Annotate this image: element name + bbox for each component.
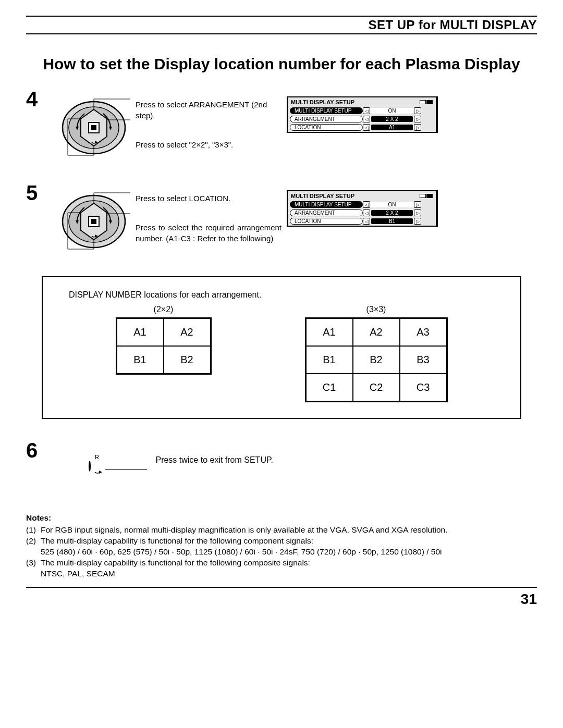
osd-row-value: 2 X 2 [371, 116, 413, 122]
location-diagram-box: DISPLAY NUMBER locations for each arrang… [42, 276, 521, 419]
step5-instruction-1: Press to select LOCATION. [136, 193, 282, 204]
section-title: SET UP for MULTI DISPLAY [368, 18, 537, 32]
grid-cell: B2 [164, 346, 211, 374]
svg-marker-28 [99, 471, 102, 474]
grid-cell: A3 [400, 318, 447, 346]
footer-rule: 31 [26, 587, 537, 608]
note-2: (2) The multi-display capability is func… [26, 536, 537, 547]
arrow-left-icon: ◁ [363, 209, 370, 216]
grid-cell: C2 [353, 374, 400, 401]
arrow-right-icon: ▷ [414, 201, 421, 208]
r-label: R [95, 454, 99, 460]
notes-title: Notes: [26, 513, 537, 524]
step4-instruction-2: Press to select "2×2", "3×3". [136, 139, 282, 150]
grid-cell: B3 [400, 346, 447, 374]
arrow-left-icon: ◁ [363, 116, 370, 122]
grid-cell: A1 [117, 318, 164, 346]
svg-rect-17 [91, 219, 96, 224]
osd-row-value: ON [371, 108, 413, 114]
osd-row-label: MULTI DISPLAY SETUP [290, 201, 363, 208]
step-4: 4 Pr [26, 89, 537, 162]
remote-dpad-icon [57, 182, 130, 255]
svg-rect-3 [91, 125, 96, 130]
osd-row-label: ARRANGEMENT [290, 209, 363, 216]
grid-3x3-label: (3×3) [305, 305, 448, 314]
osd-row-value: A1 [371, 125, 413, 130]
note-3-detail: NTSC, PAL, SECAM [26, 569, 537, 579]
grid-cell: B1 [306, 346, 353, 374]
osd-panel-step4: MULTI DISPLAY SETUP MULTI DISPLAY SETUP … [287, 96, 438, 133]
grid-cell: A1 [306, 318, 353, 346]
arrow-left-icon: ◁ [363, 124, 370, 131]
diagram-caption: DISPLAY NUMBER locations for each arrang… [69, 290, 494, 300]
osd-row-label: LOCATION [290, 124, 363, 131]
page-title: How to set the Display location number f… [26, 55, 537, 73]
osd-panel-step5: MULTI DISPLAY SETUP MULTI DISPLAY SETUP … [287, 190, 438, 227]
arrow-right-icon: ▷ [414, 218, 421, 225]
step-6: 6 R Press twice to exit from SETUP. [26, 440, 537, 471]
osd-row-label: MULTI DISPLAY SETUP [290, 107, 363, 114]
grid-cell: A2 [353, 318, 400, 346]
step-number: 6 [26, 440, 57, 461]
step-5: 5 Pr [26, 182, 537, 255]
note-1: (1) For RGB input signals, normal multi-… [26, 525, 537, 536]
remote-dpad-icon [57, 89, 130, 162]
osd-row-value: 2 X 2 [371, 210, 413, 216]
arrow-left-icon: ◁ [363, 201, 370, 208]
osd-title: MULTI DISPLAY SETUP [291, 99, 354, 105]
arrow-right-icon: ▷ [414, 209, 421, 216]
step6-instruction: Press twice to exit from SETUP. [155, 455, 273, 465]
step-number: 5 [26, 182, 57, 203]
arrow-left-icon: ◁ [363, 218, 370, 225]
step-number: 4 [26, 89, 57, 109]
arrow-right-icon: ▷ [414, 107, 421, 114]
note-2-detail: 525 (480) / 60i · 60p, 625 (575) / 50i ·… [26, 547, 537, 558]
osd-row-label: ARRANGEMENT [290, 116, 363, 122]
osd-tabs-icon [420, 100, 433, 104]
osd-title: MULTI DISPLAY SETUP [291, 193, 354, 199]
grid-cell: A2 [164, 318, 211, 346]
note-3: (3) The multi-display capability is func… [26, 558, 537, 569]
header-rule: SET UP for MULTI DISPLAY [26, 16, 537, 34]
notes-section: Notes: (1) For RGB input signals, normal… [26, 513, 537, 579]
grid-2x2-label: (2×2) [116, 305, 212, 314]
grid-cell: C3 [400, 374, 447, 401]
page-number: 31 [26, 588, 537, 608]
osd-tabs-icon [420, 194, 433, 198]
osd-row-value: B1 [371, 218, 413, 224]
osd-row-value: ON [371, 202, 413, 207]
osd-row-label: LOCATION [290, 218, 363, 225]
grid-cell: B1 [117, 346, 164, 374]
grid-3x3-group: (3×3) A1 A2 A3 B1 B2 B3 C1 C2 C3 [305, 305, 448, 402]
r-button-icon: R [89, 462, 91, 471]
step4-instruction-1: Press to select ARRANGEMENT (2nd step). [136, 99, 282, 121]
page: SET UP for MULTI DISPLAY How to set the … [0, 0, 563, 608]
step5-instruction-2: Press to select the required arrangement… [136, 222, 282, 244]
grid-cell: C1 [306, 374, 353, 401]
arrow-right-icon: ▷ [414, 116, 421, 122]
arrow-left-icon: ◁ [363, 107, 370, 114]
grid-cell: B2 [353, 346, 400, 374]
grid-2x2-group: (2×2) A1 A2 B1 B2 [116, 305, 212, 375]
arrow-right-icon: ▷ [414, 124, 421, 131]
